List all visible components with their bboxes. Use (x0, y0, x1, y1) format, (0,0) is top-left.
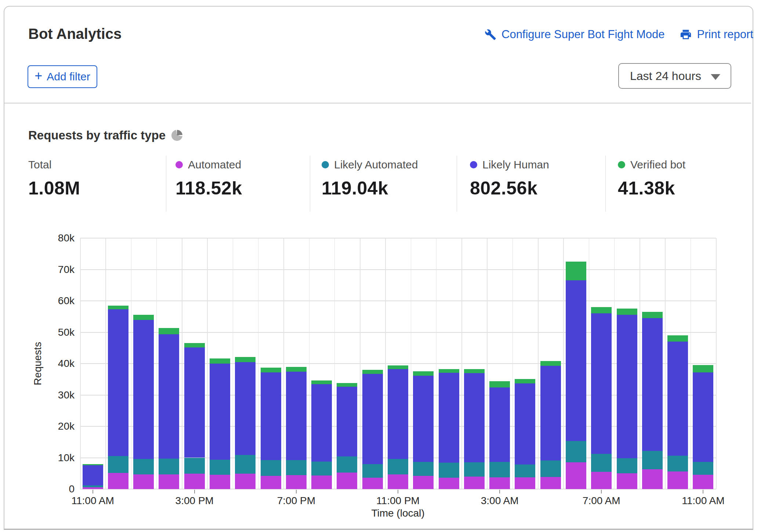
bar-600pm (261, 368, 281, 489)
y-tick-label: 40k (45, 358, 75, 369)
gridline-v (461, 238, 462, 489)
segment-verified-bot (566, 262, 586, 280)
bar-1000am (667, 335, 688, 489)
segment-likely-automated (235, 455, 256, 474)
x-tick-mark (499, 490, 500, 493)
segment-verified-bot (464, 369, 485, 373)
x-tick-mark (601, 490, 602, 493)
gridline-v (665, 238, 666, 489)
segment-likely-automated (439, 463, 459, 478)
segment-likely-automated (642, 451, 663, 469)
segment-automated (617, 473, 637, 489)
segment-likely-human (642, 318, 663, 451)
x-tick-mark (703, 490, 703, 493)
x-tick-label: 3:00 PM (175, 495, 214, 507)
legend-dot (175, 161, 183, 168)
gridline-v (411, 238, 412, 489)
header-divider (4, 103, 751, 103)
segment-likely-automated (311, 462, 332, 475)
segment-automated (515, 477, 535, 489)
segment-verified-bot (617, 309, 637, 315)
segment-likely-human (286, 372, 307, 460)
segment-likely-human (693, 372, 713, 462)
x-tick-mark (194, 490, 195, 493)
bar-400am (515, 379, 535, 489)
segment-likely-automated (693, 462, 713, 475)
segment-automated (667, 471, 688, 489)
page-title: Bot Analytics (28, 26, 122, 42)
segment-likely-human (261, 372, 281, 460)
segment-automated (337, 473, 357, 489)
print-report-link[interactable]: Print report (680, 28, 753, 41)
gridline-v (334, 238, 335, 489)
segment-likely-human (133, 320, 154, 459)
configure-super-bot-fight-mode-link[interactable]: Configure Super Bot Fight Mode (484, 28, 665, 41)
segment-automated (235, 474, 256, 489)
segment-verified-bot (591, 307, 612, 313)
segment-likely-human (617, 315, 637, 458)
segment-verified-bot (159, 328, 179, 334)
stat-label: Likely Human (482, 158, 549, 171)
segment-likely-human (464, 373, 485, 463)
y-tick-label: 70k (45, 264, 75, 276)
bar-400pm (210, 358, 230, 489)
segment-likely-automated (184, 458, 205, 474)
segment-verified-bot (540, 361, 561, 366)
gridline-v (283, 238, 284, 489)
add-filter-button[interactable]: + Add filter (28, 65, 97, 88)
gridline-v (614, 238, 615, 489)
segment-verified-bot (693, 365, 713, 372)
segment-likely-automated (337, 456, 357, 473)
segment-likely-automated (388, 459, 408, 474)
segment-verified-bot (439, 369, 459, 373)
segment-likely-human (184, 347, 205, 458)
segment-likely-human (540, 366, 561, 460)
y-axis-title: Requests (32, 342, 44, 385)
stat-value: 119.04k (322, 178, 418, 199)
segment-verified-bot (83, 464, 103, 465)
segment-automated (362, 478, 383, 489)
segment-likely-human (489, 387, 510, 462)
segment-automated (286, 475, 307, 489)
x-tick-label: 3:00 AM (481, 495, 519, 507)
segment-likely-automated (617, 458, 637, 473)
gridline-h (80, 300, 716, 301)
gridline-v (258, 238, 259, 489)
gridline-v (233, 238, 233, 489)
segment-automated (464, 477, 485, 489)
bar-1200pm (108, 306, 128, 489)
stat-label: Automated (188, 158, 241, 171)
bar-500am (540, 361, 561, 489)
segment-likely-human (439, 373, 459, 463)
segment-likely-automated (108, 456, 128, 473)
gridline-h (80, 238, 716, 238)
bar-600am (566, 262, 586, 489)
x-tick-mark (296, 490, 297, 493)
segment-likely-human (83, 465, 103, 485)
y-tick-label: 50k (45, 327, 75, 338)
segment-verified-bot (489, 381, 510, 387)
segment-likely-human (515, 383, 535, 464)
bar-1100am (83, 464, 103, 489)
bar-200pm (159, 328, 179, 489)
x-tick-label: 7:00 AM (583, 495, 620, 507)
gridline-v (589, 238, 590, 489)
segment-automated (642, 469, 663, 489)
add-filter-label: Add filter (47, 70, 90, 83)
stat-value: 802.56k (470, 178, 549, 199)
stat-automated: Automated118.52k (175, 158, 242, 199)
gridline-v (691, 238, 691, 489)
time-range-value: Last 24 hours (630, 69, 701, 83)
gridline-v (182, 238, 182, 489)
y-tick-label: 80k (45, 232, 75, 244)
segment-likely-human (388, 369, 408, 459)
bar-100pm (133, 315, 154, 489)
segment-likely-human (235, 362, 256, 455)
segment-likely-automated (413, 462, 434, 476)
chevron-down-icon (711, 74, 720, 80)
segment-likely-human (210, 364, 230, 460)
time-range-select[interactable]: Last 24 hours (618, 63, 731, 89)
segment-verified-bot (515, 379, 535, 383)
segment-automated (693, 475, 713, 489)
stat-likely-human: Likely Human802.56k (470, 158, 549, 199)
